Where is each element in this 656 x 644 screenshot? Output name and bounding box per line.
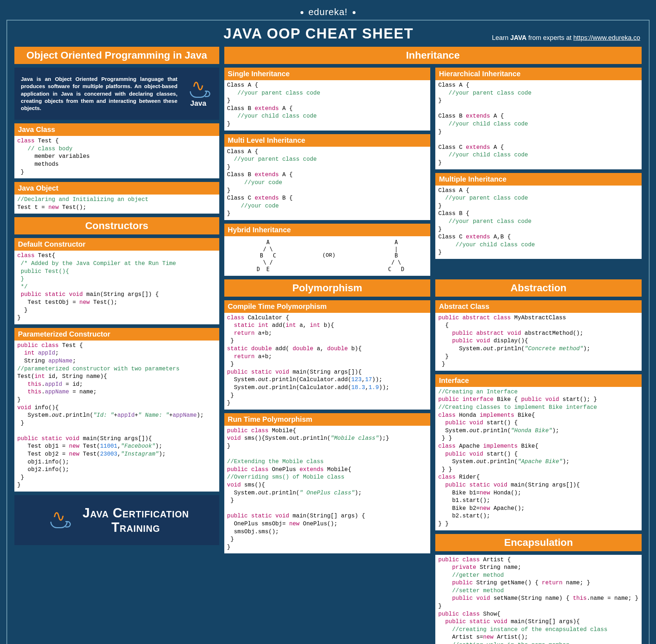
- learn-link[interactable]: https://www.edureka.co: [573, 34, 640, 41]
- hdr-constructors: Constructors: [14, 217, 219, 234]
- code-multiple-inh: Class A { //your parent class code } Cla…: [435, 186, 642, 259]
- sub-hybrid-inh: Hybrid Inheritance: [224, 224, 431, 236]
- code-runtime-poly: public class Mobile{ void sms(){System.o…: [224, 426, 431, 554]
- hdr-polymorphism: Polymorphism: [224, 279, 431, 297]
- learn-cta: Learn JAVA from experts at https://www.e…: [492, 34, 640, 42]
- page-frame: JAVA OOP CHEAT SHEET Learn JAVA from exp…: [6, 20, 650, 644]
- code-compile-poly: class Calculator { static int add(int a,…: [224, 313, 431, 410]
- code-encapsulation: public class Artist { private String nam…: [435, 555, 642, 644]
- code-java-class: class Test { // class body member variab…: [14, 136, 219, 178]
- code-single-inh: Class A { //your parent class code } Cla…: [224, 80, 431, 131]
- hdr-encapsulation: Encapsulation: [435, 534, 642, 551]
- code-hier-inh: Class A { //your parent class code } Cla…: [435, 80, 642, 169]
- hdr-inheritance: Inheritance: [224, 47, 642, 64]
- sub-java-class: Java Class: [14, 123, 219, 136]
- brand-name: edureka!: [308, 6, 348, 17]
- intro-text: Java is an Object Oriented Programming l…: [21, 76, 178, 112]
- code-multi-level: Class A { //your parent class code } Cla…: [224, 147, 431, 220]
- code-default-ctor: class Test{ /* Added by the Java Compile…: [14, 251, 219, 324]
- java-logo-icon-2: ∿: [45, 511, 73, 530]
- sub-multiple-inh: Multiple Inheritance: [435, 173, 642, 186]
- sub-param-ctor: Parameterized Constructor: [14, 328, 219, 341]
- sub-java-object: Java Object: [14, 182, 219, 195]
- sub-hier-inh: Hierarchical Inheritance: [435, 68, 642, 80]
- sub-runtime-poly: Run Time Polymorphism: [224, 413, 431, 426]
- code-param-ctor: public class Test { int appId; String ap…: [14, 341, 219, 492]
- code-abstract-class: public abstract class MyAbstractClass { …: [435, 313, 642, 371]
- diagram-hybrid: A / \ B C \ / D E (OR) A | B / \ C D: [224, 236, 431, 276]
- hdr-oop-java: Object Oriented Programming in Java: [14, 47, 219, 64]
- sub-default-ctor: Default Constructor: [14, 238, 219, 251]
- code-interface: //Creating an Interface public interface…: [435, 387, 642, 530]
- sub-compile-poly: Compile Time Polymorphism: [224, 300, 431, 313]
- code-java-object: //Declaring and Initializing an object T…: [14, 195, 219, 214]
- cert-banner: ∿ Java CertificationTraining: [14, 495, 219, 545]
- sub-multi-level: Multi Level Inheritance: [224, 134, 431, 147]
- sub-abstract-class: Abstract Class: [435, 300, 642, 313]
- hdr-abstraction: Abstraction: [435, 279, 642, 297]
- java-logo-icon: ∿ Java: [184, 76, 213, 112]
- sub-interface: Interface: [435, 374, 642, 387]
- intro-panel: Java is an Object Oriented Programming l…: [14, 68, 219, 120]
- sub-single-inh: Single Inheritance: [224, 68, 431, 80]
- page-title: JAVA OOP CHEAT SHEET: [16, 26, 492, 42]
